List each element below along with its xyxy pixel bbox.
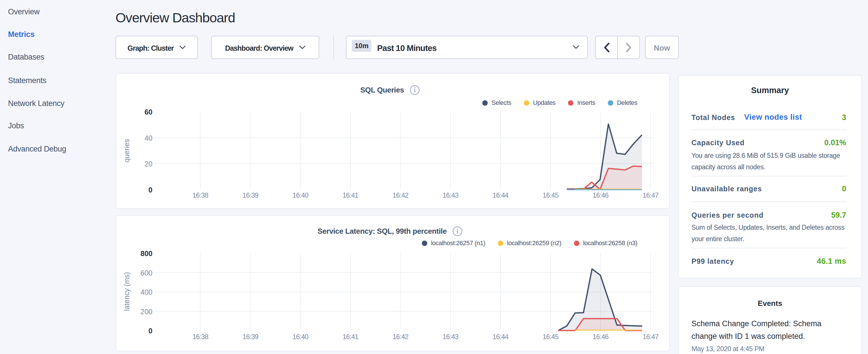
svg-text:800: 800: [141, 250, 152, 257]
svg-text:16:41: 16:41: [342, 333, 359, 341]
svg-text:16:47: 16:47: [643, 191, 659, 199]
svg-text:16:45: 16:45: [542, 333, 559, 341]
svg-text:0: 0: [149, 186, 152, 194]
svg-text:16:43: 16:43: [442, 333, 459, 341]
svg-text:16:42: 16:42: [393, 191, 409, 199]
svg-text:16:42: 16:42: [393, 333, 409, 341]
svg-text:16:43: 16:43: [442, 191, 459, 199]
svg-text:latency (ms): latency (ms): [123, 272, 131, 311]
svg-text:16:47: 16:47: [643, 333, 659, 341]
svg-text:600: 600: [141, 269, 152, 277]
svg-text:16:46: 16:46: [593, 191, 609, 199]
svg-text:16:39: 16:39: [242, 333, 258, 341]
svg-text:16:39: 16:39: [242, 191, 258, 199]
svg-text:16:46: 16:46: [593, 333, 609, 341]
svg-text:16:44: 16:44: [493, 191, 509, 199]
svg-text:60: 60: [145, 108, 152, 116]
svg-text:16:40: 16:40: [292, 191, 309, 199]
svg-text:16:41: 16:41: [342, 191, 359, 199]
svg-text:20: 20: [145, 160, 152, 168]
svg-text:40: 40: [145, 134, 152, 142]
svg-text:0: 0: [149, 327, 152, 335]
svg-text:16:38: 16:38: [192, 333, 208, 341]
svg-text:400: 400: [141, 288, 152, 296]
svg-text:16:40: 16:40: [292, 333, 309, 341]
svg-text:16:44: 16:44: [493, 333, 509, 341]
svg-text:16:38: 16:38: [192, 191, 208, 199]
svg-text:16:45: 16:45: [542, 191, 559, 199]
svg-text:200: 200: [141, 308, 152, 316]
svg-text:queries: queries: [123, 139, 131, 162]
